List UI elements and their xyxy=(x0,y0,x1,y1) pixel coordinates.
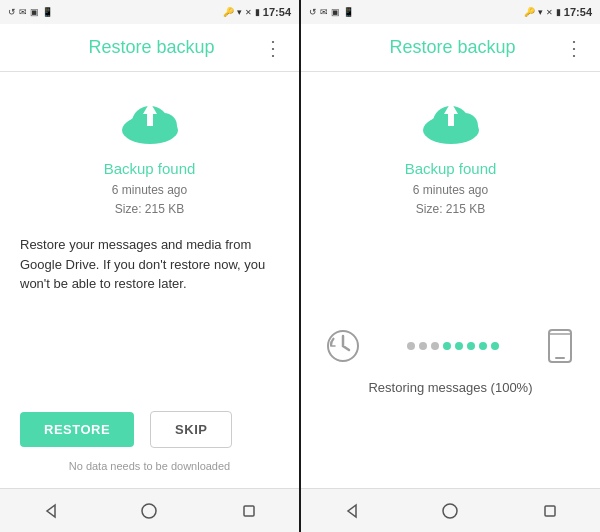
svg-marker-17 xyxy=(348,505,356,517)
battery-icon-left: ▣ xyxy=(30,7,39,17)
skip-button[interactable]: SKIP xyxy=(150,411,232,448)
right-backup-time: 6 minutes ago xyxy=(413,183,488,197)
dot-7 xyxy=(479,342,487,350)
dot-6 xyxy=(467,342,475,350)
right-phone-screen: ↺ ✉ ▣ 📱 🔑 ▾ ✕ ▮ 17:54 Restore backup ⋮ xyxy=(301,0,600,532)
dots-container xyxy=(361,342,544,350)
svg-marker-5 xyxy=(47,505,55,517)
dot-5 xyxy=(455,342,463,350)
svg-point-18 xyxy=(443,504,457,518)
right-battery-icon-left: ▣ xyxy=(331,7,340,17)
phone-icon-left: 📱 xyxy=(42,7,53,17)
right-time: 17:54 xyxy=(564,6,592,18)
restore-status-label: Restoring messages (100%) xyxy=(368,380,532,395)
lock-icon: 🔑 xyxy=(223,7,234,17)
svg-rect-19 xyxy=(545,506,555,516)
right-status-left-icons: ↺ ✉ ▣ 📱 xyxy=(309,7,354,17)
battery-icon: ▮ xyxy=(255,7,260,17)
progress-visual xyxy=(325,328,576,364)
left-home-button[interactable] xyxy=(135,497,163,525)
left-backup-found-label: Backup found xyxy=(104,160,196,177)
left-status-bar: ↺ ✉ ▣ 📱 🔑 ▾ ✕ ▮ 17:54 xyxy=(0,0,299,24)
right-wifi-icon: ▾ xyxy=(538,7,543,17)
left-backup-size: Size: 215 KB xyxy=(115,202,184,216)
right-nav-bar xyxy=(301,488,600,532)
dot-2 xyxy=(419,342,427,350)
right-backup-size: Size: 215 KB xyxy=(416,202,485,216)
no-sim-icon: ✕ xyxy=(245,8,252,17)
progress-area: Restoring messages (100%) xyxy=(317,328,584,395)
phone-restore-icon xyxy=(544,328,576,364)
right-more-button[interactable]: ⋮ xyxy=(564,36,584,60)
right-home-button[interactable] xyxy=(436,497,464,525)
right-no-sim-icon: ✕ xyxy=(546,8,553,17)
left-more-button[interactable]: ⋮ xyxy=(263,36,283,60)
right-status-right: 🔑 ▾ ✕ ▮ 17:54 xyxy=(524,6,592,18)
svg-rect-7 xyxy=(244,506,254,516)
left-recent-button[interactable] xyxy=(235,497,263,525)
right-content: Backup found 6 minutes ago Size: 215 KB xyxy=(301,72,600,488)
whatsapp-icon: ✉ xyxy=(19,7,27,17)
left-cloud-icon xyxy=(114,92,186,152)
left-status-right: 🔑 ▾ ✕ ▮ 17:54 xyxy=(223,6,291,18)
right-whatsapp-icon: ✉ xyxy=(320,7,328,17)
wifi-icon: ▾ xyxy=(237,7,242,17)
dot-3 xyxy=(431,342,439,350)
time-left: 17:54 xyxy=(263,6,291,18)
left-phone-screen: ↺ ✉ ▣ 📱 🔑 ▾ ✕ ▮ 17:54 Restore backup ⋮ xyxy=(0,0,299,532)
right-lock-icon: 🔑 xyxy=(524,7,535,17)
left-backup-meta: 6 minutes ago Size: 215 KB xyxy=(112,181,187,219)
svg-point-6 xyxy=(142,504,156,518)
right-battery-icon: ▮ xyxy=(556,7,561,17)
restore-button[interactable]: RESTORE xyxy=(20,412,134,447)
left-backup-time: 6 minutes ago xyxy=(112,183,187,197)
left-description: Restore your messages and media from Goo… xyxy=(16,235,283,294)
left-buttons-area: RESTORE SKIP xyxy=(16,411,283,448)
left-app-bar-title: Restore backup xyxy=(40,37,263,58)
left-nav-bar xyxy=(0,488,299,532)
dot-8 xyxy=(491,342,499,350)
dot-1 xyxy=(407,342,415,350)
dot-4 xyxy=(443,342,451,350)
right-status-bar: ↺ ✉ ▣ 📱 🔑 ▾ ✕ ▮ 17:54 xyxy=(301,0,600,24)
right-app-bar-title: Restore backup xyxy=(341,37,564,58)
back-arrow-icon: ↺ xyxy=(8,7,16,17)
right-backup-found-label: Backup found xyxy=(405,160,497,177)
right-back-button[interactable] xyxy=(337,497,365,525)
right-backup-meta: 6 minutes ago Size: 215 KB xyxy=(413,181,488,219)
right-recent-button[interactable] xyxy=(536,497,564,525)
left-content: Backup found 6 minutes ago Size: 215 KB … xyxy=(0,72,299,488)
history-icon xyxy=(325,328,361,364)
right-phone-icon-left: 📱 xyxy=(343,7,354,17)
left-status-left-icons: ↺ ✉ ▣ 📱 xyxy=(8,7,53,17)
left-back-button[interactable] xyxy=(36,497,64,525)
left-no-data-label: No data needs to be downloaded xyxy=(69,460,230,472)
left-app-bar: Restore backup ⋮ xyxy=(0,24,299,72)
right-back-arrow-icon: ↺ xyxy=(309,7,317,17)
right-app-bar: Restore backup ⋮ xyxy=(301,24,600,72)
right-cloud-icon xyxy=(415,92,487,152)
